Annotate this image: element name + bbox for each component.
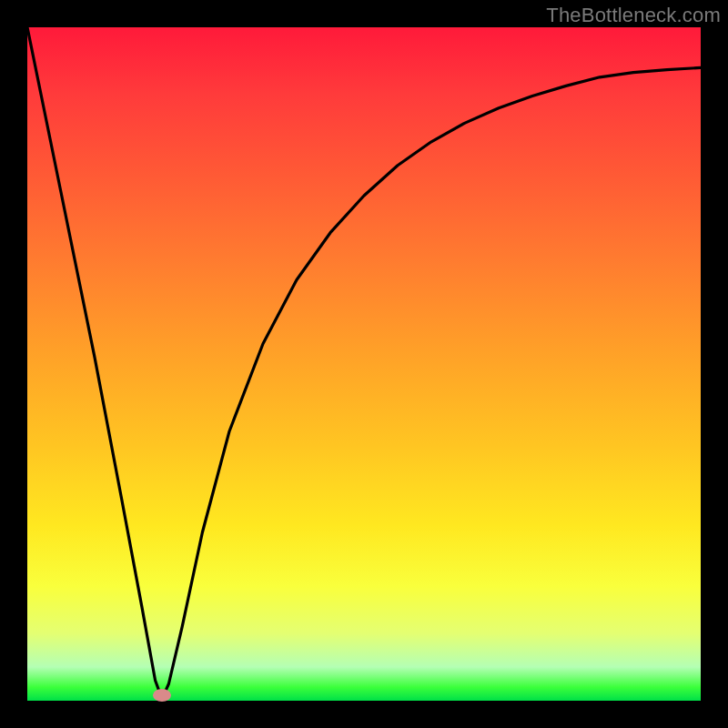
- plot-area: [27, 27, 701, 701]
- bottleneck-curve: [27, 27, 701, 701]
- chart-frame: TheBottleneck.com: [0, 0, 728, 728]
- watermark-text: TheBottleneck.com: [546, 4, 721, 27]
- current-point-marker: [153, 689, 171, 702]
